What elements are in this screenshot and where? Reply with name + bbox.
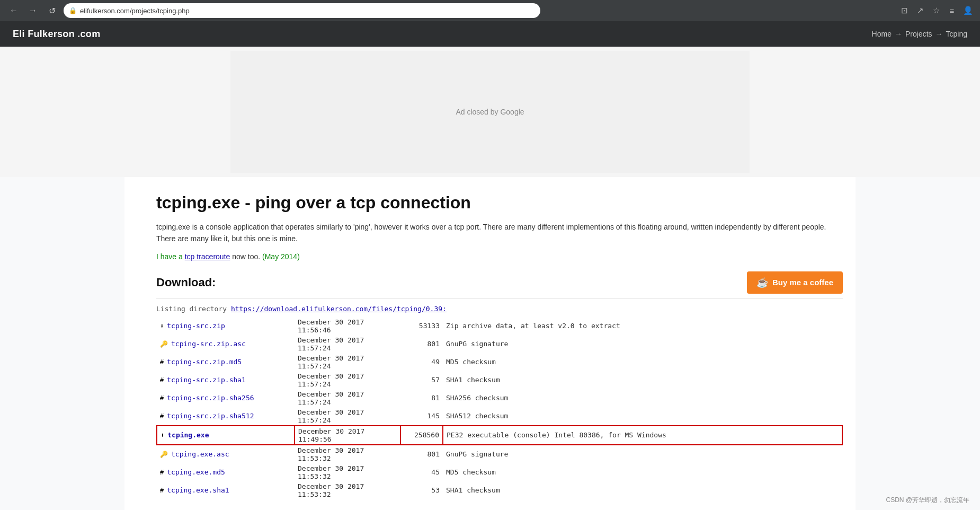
file-type-icon: # — [160, 469, 164, 476]
file-table: ⬇tcping-src.zipDecember 30 2017 11:56:46… — [156, 317, 843, 499]
traceroute-date: (May 2014) — [262, 252, 300, 261]
coffee-icon: ☕ — [756, 277, 768, 288]
back-button[interactable]: ← — [6, 3, 21, 18]
reload-button[interactable]: ↺ — [44, 3, 59, 18]
menu-icon[interactable]: ≡ — [946, 5, 958, 16]
file-date: December 30 2017 11:53:32 — [295, 481, 400, 499]
address-bar[interactable]: 🔒 elifulkerson.com/projects/tcping.php — [64, 3, 540, 18]
traceroute-line: I have a tcp traceroute now too. (May 20… — [156, 252, 843, 261]
share-icon[interactable]: ↗ — [914, 5, 926, 16]
file-description: SHA512 checksum — [443, 407, 842, 426]
breadcrumb-projects[interactable]: Projects — [905, 30, 932, 38]
file-type-icon: # — [160, 412, 164, 420]
file-icon-cell: #tcping-src.zip.sha1 — [157, 371, 295, 389]
listing-url[interactable]: https://download.elifulkerson.com/files/… — [231, 305, 447, 313]
watermark: CSDN @芳华即逝，勿忘流年 — [886, 496, 969, 505]
lock-icon: 🔒 — [69, 7, 77, 14]
file-size: 45 — [400, 463, 443, 481]
file-size: 81 — [400, 389, 443, 407]
file-icon-cell: #tcping-src.zip.md5 — [157, 353, 295, 371]
file-size: 57 — [400, 371, 443, 389]
file-icon-cell: #tcping.exe.md5 — [157, 463, 295, 481]
file-link[interactable]: tcping.exe — [167, 431, 209, 439]
file-icon-cell: #tcping-src.zip.sha512 — [157, 407, 295, 426]
file-date: December 30 2017 11:53:32 — [295, 463, 400, 481]
file-icon-cell: #tcping-src.zip.sha256 — [157, 389, 295, 407]
buy-coffee-button[interactable]: ☕ Buy me a coffee — [747, 271, 843, 294]
page-description: tcping.exe is a console application that… — [156, 221, 843, 245]
file-link[interactable]: tcping.exe.sha1 — [167, 486, 229, 494]
file-date: December 30 2017 11:57:24 — [295, 389, 400, 407]
table-row: #tcping-src.zip.md5December 30 2017 11:5… — [157, 353, 842, 371]
browser-chrome: ← → ↺ 🔒 elifulkerson.com/projects/tcping… — [0, 0, 980, 21]
listing-prefix: Listing directory — [156, 305, 227, 313]
file-link[interactable]: tcping.exe.md5 — [167, 468, 225, 476]
file-date: December 30 2017 11:56:46 — [295, 317, 400, 335]
file-type-icon: ⬇ — [161, 432, 164, 439]
file-type-icon: # — [160, 376, 164, 384]
file-link[interactable]: tcping-src.zip.sha256 — [167, 394, 254, 402]
table-row: #tcping-src.zip.sha256December 30 2017 1… — [157, 389, 842, 407]
file-description: MD5 checksum — [443, 353, 842, 371]
table-row: #tcping.exe.sha1December 30 2017 11:53:3… — [157, 481, 842, 499]
file-icon-cell: 🔑tcping-src.zip.asc — [157, 335, 295, 353]
file-description: PE32 executable (console) Intel 80386, f… — [443, 426, 842, 445]
browser-right-icons: ⊡ ↗ ☆ ≡ 👤 — [898, 5, 974, 16]
bookmark-icon[interactable]: ☆ — [930, 5, 942, 16]
file-type-icon: # — [160, 394, 164, 402]
file-link[interactable]: tcping-src.zip.asc — [171, 340, 246, 348]
file-size: 801 — [400, 445, 443, 463]
file-link[interactable]: tcping-src.zip — [167, 322, 225, 330]
file-type-icon: # — [160, 487, 164, 494]
file-description: Zip archive data, at least v2.0 to extra… — [443, 317, 842, 335]
file-description: MD5 checksum — [443, 463, 842, 481]
file-size: 801 — [400, 335, 443, 353]
file-link[interactable]: tcping-src.zip.md5 — [167, 358, 242, 366]
file-icon-cell: ⬇tcping.exe — [157, 426, 295, 445]
profile-icon[interactable]: 👤 — [962, 5, 974, 16]
table-row: #tcping-src.zip.sha1December 30 2017 11:… — [157, 371, 842, 389]
file-date: December 30 2017 11:57:24 — [295, 335, 400, 353]
file-type-icon: 🔑 — [160, 451, 168, 458]
file-link[interactable]: tcping-src.zip.sha1 — [167, 376, 246, 384]
file-link[interactable]: tcping-src.zip.sha512 — [167, 412, 254, 420]
file-size: 53 — [400, 481, 443, 499]
breadcrumb-home[interactable]: Home — [872, 30, 892, 38]
listing-header: Listing directory https://download.elifu… — [156, 305, 843, 313]
file-date: December 30 2017 11:57:24 — [295, 407, 400, 426]
table-row: ⬇tcping.exeDecember 30 2017 11:49:562585… — [157, 426, 842, 445]
file-description: SHA1 checksum — [443, 481, 842, 499]
file-icon-cell: #tcping.exe.sha1 — [157, 481, 295, 499]
nav-bar: Eli Fulkerson .com Home → Projects → Tcp… — [0, 21, 980, 47]
table-row: ⬇tcping-src.zipDecember 30 2017 11:56:46… — [157, 317, 842, 335]
file-size: 53133 — [400, 317, 443, 335]
forward-button[interactable]: → — [25, 3, 40, 18]
nav-brand[interactable]: Eli Fulkerson .com — [13, 29, 100, 40]
file-type-icon: # — [160, 358, 164, 366]
breadcrumb: Home → Projects → Tcping — [872, 30, 967, 38]
main-content: Ad closed by Google tcping.exe - ping ov… — [0, 47, 980, 510]
file-link[interactable]: tcping.exe.asc — [171, 450, 229, 458]
file-date: December 30 2017 11:49:56 — [295, 426, 400, 445]
cast-icon[interactable]: ⊡ — [898, 5, 910, 16]
breadcrumb-arrow-2: → — [936, 30, 943, 38]
ad-text: Ad closed by Google — [456, 108, 524, 116]
page-wrapper: tcping.exe - ping over a tcp connection … — [124, 177, 856, 510]
file-type-icon: ⬇ — [160, 322, 164, 330]
file-date: December 30 2017 11:53:32 — [295, 445, 400, 463]
buy-coffee-label: Buy me a coffee — [772, 278, 833, 287]
url-text: elifulkerson.com/projects/tcping.php — [80, 7, 190, 15]
file-description: SHA1 checksum — [443, 371, 842, 389]
file-description: SHA256 checksum — [443, 389, 842, 407]
table-row: #tcping-src.zip.sha512December 30 2017 1… — [157, 407, 842, 426]
file-date: December 30 2017 11:57:24 — [295, 371, 400, 389]
download-section-header: Download: ☕ Buy me a coffee — [156, 271, 843, 298]
file-description: GnuPG signature — [443, 335, 842, 353]
traceroute-link[interactable]: tcp traceroute — [185, 252, 230, 261]
table-row: 🔑tcping.exe.ascDecember 30 2017 11:53:32… — [157, 445, 842, 463]
page-title: tcping.exe - ping over a tcp connection — [156, 193, 843, 213]
traceroute-prefix: I have a — [156, 252, 185, 261]
file-size: 258560 — [400, 426, 443, 445]
file-size: 49 — [400, 353, 443, 371]
file-icon-cell: ⬇tcping-src.zip — [157, 317, 295, 335]
